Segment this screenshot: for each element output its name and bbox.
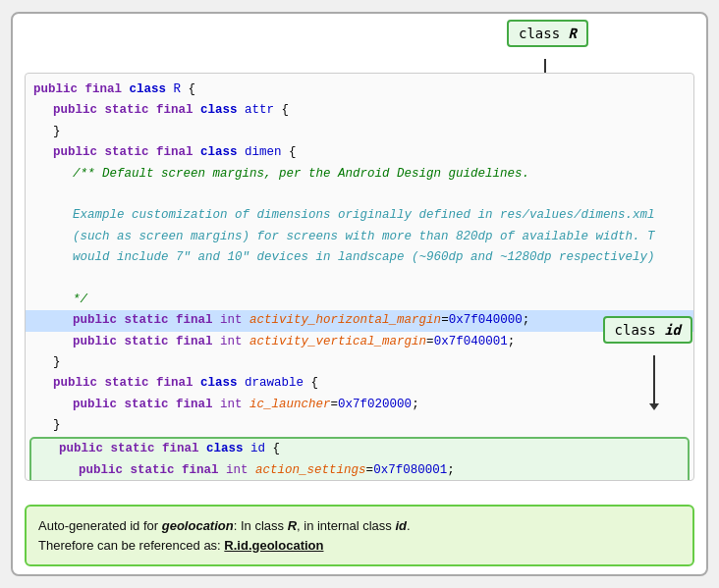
annotation-text1: Auto-generated id for [38, 518, 162, 533]
code-line: public static final class id { [31, 439, 688, 459]
annotation-text2: : In class [234, 518, 288, 533]
code-line: public static final class attr { [26, 100, 693, 121]
annotation-reference: R.id.geolocation [224, 538, 323, 553]
code-area: public final class R { public static fin… [25, 73, 694, 481]
code-line: Example customization of dimensions orig… [26, 205, 693, 226]
arrow-class-id [653, 355, 655, 404]
annotation-geolocation: geolocation [162, 518, 234, 533]
code-line-highlighted: public static final int activity_horizon… [26, 310, 693, 331]
class-id-label: class id [603, 316, 692, 344]
class-id-text-prefix: class [615, 322, 665, 338]
annotation-text3: , in internal class [297, 518, 395, 533]
code-line: would include 7" and 10" devices in land… [26, 247, 693, 268]
arrow-class-id-head [649, 403, 659, 410]
code-line: } [26, 352, 693, 373]
id-section-highlight: public static final class id { public st… [29, 437, 690, 481]
class-id-text-name: id [664, 322, 681, 338]
annotation-id: id [395, 518, 407, 533]
code-line: public static final class dimen { [26, 142, 693, 163]
class-r-text-name: R [569, 26, 577, 41]
annotation-therefore: Therefore can be referenced as: [38, 538, 224, 553]
code-line: /** Default screen margins, per the Andr… [26, 164, 693, 185]
annotation-box: Auto-generated id for geolocation: In cl… [25, 505, 694, 566]
code-line: public final class R { [26, 80, 693, 100]
annotation-line1: Auto-generated id for geolocation: In cl… [38, 516, 681, 536]
code-line: public static final int activity_vertica… [26, 332, 693, 352]
code-line [26, 185, 693, 205]
annotation-text4: . [407, 518, 411, 533]
code-line: (such as screen margins) for screens wit… [26, 227, 693, 247]
code-line [26, 268, 693, 289]
class-r-text-prefix: class [519, 26, 569, 41]
code-line: public static final int ic_launcher=0x7f… [26, 395, 693, 415]
annotation-R: R [288, 518, 297, 533]
code-line: } [26, 122, 693, 142]
annotation-line2: Therefore can be referenced as: R.id.geo… [38, 536, 681, 556]
code-line: public static final int action_settings=… [31, 460, 688, 481]
code-line: } [26, 415, 693, 436]
main-container: class R public final class R { public st… [11, 12, 708, 576]
code-line: public static final class drawable { [26, 373, 693, 394]
class-r-label: class R [507, 20, 588, 47]
code-line: */ [26, 290, 693, 310]
